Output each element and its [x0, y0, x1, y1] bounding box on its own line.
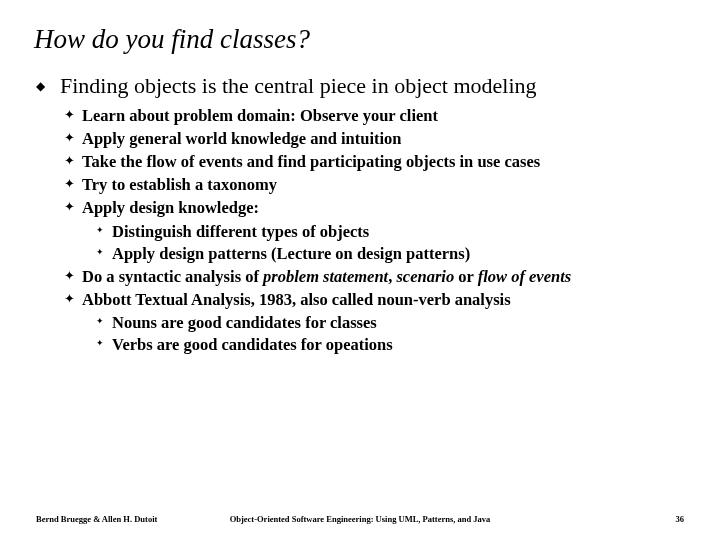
- syntactic-of: of: [245, 267, 263, 286]
- level2-text: Take the flow of events and find partici…: [82, 152, 540, 171]
- bullet-level2: ✦ Apply design knowledge:: [34, 197, 686, 218]
- page-number: 36: [676, 514, 685, 524]
- bullet-level2: ✦ Apply general world knowledge and intu…: [34, 128, 686, 149]
- pointer-icon: ✦: [64, 291, 75, 308]
- arrow-icon: ✦: [96, 225, 104, 237]
- bullet-level3: ✦ Nouns are good candidates for classes: [34, 312, 686, 333]
- pointer-icon: ✦: [64, 107, 75, 124]
- level2-text: Apply general world knowledge and intuit…: [82, 129, 402, 148]
- arrow-icon: ✦: [96, 247, 104, 259]
- bullet-level2: ✦ Try to establish a taxonomy: [34, 174, 686, 195]
- syntactic-prefix: Do a syntactic analysis: [82, 267, 245, 286]
- bullet-level2: ✦ Take the flow of events and find parti…: [34, 151, 686, 172]
- level3-text: Verbs are good candidates for opeations: [112, 335, 393, 354]
- footer: Bernd Bruegge & Allen H. Dutoit Object-O…: [0, 514, 720, 524]
- pointer-icon: ✦: [64, 176, 75, 193]
- level3-text: Nouns are good candidates for classes: [112, 313, 377, 332]
- bullet-level3: ✦ Apply design patterns (Lecture on desi…: [34, 243, 686, 264]
- syntactic-sep2: or: [454, 267, 478, 286]
- syntactic-flow: flow of events: [478, 267, 571, 286]
- pointer-icon: ✦: [64, 199, 75, 216]
- level2-text: Learn about problem domain: Observe your…: [82, 106, 438, 125]
- bullet-level2: ✦ Learn about problem domain: Observe yo…: [34, 105, 686, 126]
- bullet-level1: ◆ Finding objects is the central piece i…: [34, 73, 686, 99]
- syntactic-ps: problem statement: [263, 267, 388, 286]
- level2-text: Try to establish a taxonomy: [82, 175, 277, 194]
- slide: How do you find classes? ◆ Finding objec…: [0, 0, 720, 540]
- level2-text: Apply design knowledge:: [82, 198, 259, 217]
- pointer-icon: ✦: [64, 130, 75, 147]
- slide-title: How do you find classes?: [34, 24, 686, 55]
- level3-text: Distinguish different types of objects: [112, 222, 369, 241]
- level3-text: Apply design patterns (Lecture on design…: [112, 244, 470, 263]
- level1-text: Finding objects is the central piece in …: [60, 73, 537, 98]
- diamond-icon: ◆: [36, 79, 45, 94]
- bullet-level2-syntactic: ✦ Do a syntactic analysis of problem sta…: [34, 266, 686, 287]
- bullet-level3: ✦ Distinguish different types of objects: [34, 221, 686, 242]
- arrow-icon: ✦: [96, 338, 104, 350]
- pointer-icon: ✦: [64, 268, 75, 285]
- level2-text: Abbott Textual Analysis, 1983, also call…: [82, 290, 511, 309]
- syntactic-scenario: scenario: [396, 267, 454, 286]
- bullet-level3: ✦ Verbs are good candidates for opeation…: [34, 334, 686, 355]
- footer-authors: Bernd Bruegge & Allen H. Dutoit: [36, 514, 157, 524]
- bullet-level2: ✦ Abbott Textual Analysis, 1983, also ca…: [34, 289, 686, 310]
- pointer-icon: ✦: [64, 153, 75, 170]
- arrow-icon: ✦: [96, 316, 104, 328]
